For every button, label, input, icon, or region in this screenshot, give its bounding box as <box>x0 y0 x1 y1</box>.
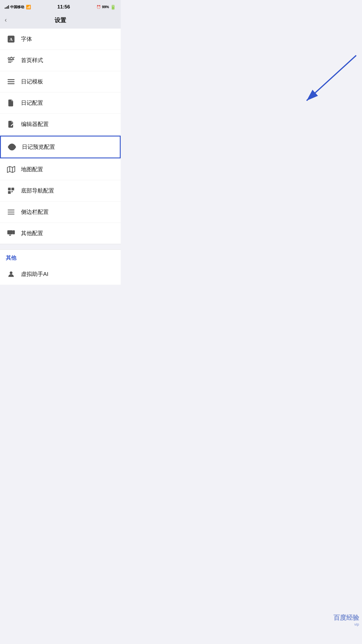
file-edit-icon <box>6 119 16 130</box>
sidebar-config-label: 侧边栏配置 <box>21 208 49 216</box>
other-config-label: 其他配置 <box>21 230 43 237</box>
alarm-icon: ⏰ <box>96 5 101 9</box>
svg-point-10 <box>11 146 13 148</box>
svg-rect-23 <box>13 231 15 234</box>
lines-icon <box>6 76 16 87</box>
home-style-label: 首页样式 <box>21 57 43 64</box>
svg-rect-14 <box>11 188 14 190</box>
settings-menu: A 字体 首页样式 日记模板 <box>0 29 121 244</box>
other-section: 其他 虚拟助手AI <box>0 250 121 285</box>
svg-point-26 <box>10 272 12 274</box>
svg-text:A: A <box>10 37 13 42</box>
svg-rect-13 <box>8 188 11 190</box>
menu-item-ai-assistant[interactable]: 虚拟助手AI <box>0 264 121 285</box>
menu-item-other-config[interactable]: 其他配置 <box>0 223 121 244</box>
diary-preview-label: 日记预览配置 <box>22 143 55 151</box>
status-left: 中国移动 📶 <box>5 5 31 10</box>
other-section-title: 其他 <box>0 250 121 264</box>
battery-icon: 🔋 <box>110 4 116 10</box>
menu-item-sidebar-config[interactable]: 侧边栏配置 <box>0 202 121 223</box>
signal-icon <box>5 5 9 9</box>
svg-rect-15 <box>8 191 11 194</box>
menu-item-diary-template[interactable]: 日记模板 <box>0 71 121 92</box>
map-icon <box>6 164 16 175</box>
svg-rect-5 <box>8 61 13 61</box>
menu-item-bottom-nav[interactable]: 底部导航配置 <box>0 180 121 202</box>
monitor-icon <box>6 228 16 239</box>
svg-rect-4 <box>8 59 14 60</box>
eye-icon <box>7 142 17 152</box>
wifi-icon: 📶 <box>26 5 31 9</box>
sidebar-icon <box>6 207 16 217</box>
font-icon: A <box>6 34 16 44</box>
menu-item-editor-config[interactable]: 编辑器配置 <box>0 114 121 135</box>
carrier-label: 中国移动 <box>10 5 24 10</box>
diary-config-label: 日记配置 <box>21 99 43 107</box>
status-time: 11:56 <box>57 4 70 10</box>
bottom-nav-label: 底部导航配置 <box>21 187 54 195</box>
page-title: 设置 <box>55 16 66 24</box>
diary-template-label: 日记模板 <box>21 78 43 85</box>
theme-icon <box>6 55 16 66</box>
menu-item-font[interactable]: A 字体 <box>0 29 121 50</box>
battery-percent: 99% <box>102 5 109 9</box>
person-icon <box>6 269 16 279</box>
menu-item-map-config[interactable]: 地图配置 <box>0 159 121 180</box>
font-label: 字体 <box>21 35 32 43</box>
svg-rect-22 <box>8 231 12 234</box>
editor-config-label: 编辑器配置 <box>21 120 49 128</box>
section-divider <box>0 244 121 250</box>
ai-assistant-label: 虚拟助手AI <box>21 270 48 278</box>
menu-item-diary-preview[interactable]: 日记预览配置 <box>0 136 121 158</box>
nav-bar: ‹ 设置 <box>0 13 121 29</box>
file-icon <box>6 98 16 108</box>
menu-item-diary-config[interactable]: 日记配置 <box>0 92 121 114</box>
grid-add-icon <box>6 186 16 196</box>
back-button[interactable]: ‹ <box>5 15 9 25</box>
status-right: ⏰ 99% 🔋 <box>96 4 116 10</box>
map-config-label: 地图配置 <box>21 166 43 173</box>
status-bar: 中国移动 📶 11:56 ⏰ 99% 🔋 <box>0 0 121 13</box>
menu-item-home-style[interactable]: 首页样式 <box>0 50 121 71</box>
svg-rect-6 <box>8 62 12 63</box>
